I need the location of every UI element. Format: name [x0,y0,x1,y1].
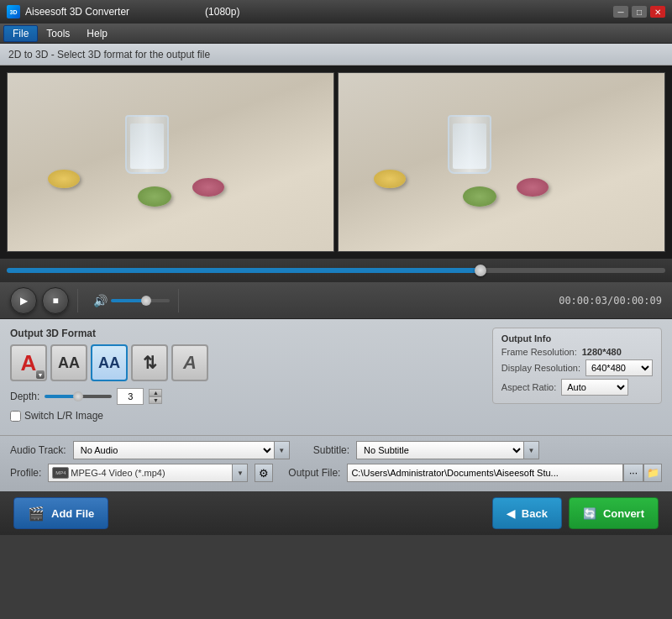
menu-help[interactable]: Help [78,26,116,41]
app-title: Aiseesoft 3D Converter (1080p) [25,6,613,18]
back-label: Back [522,507,548,520]
add-file-icon: 🎬 [28,506,45,522]
footer-right-buttons: ◀ Back 🔄 Convert [492,497,659,529]
aspect-ratio-row: Aspect Ratio: Auto 16:9 4:3 1:1 [501,379,653,396]
depth-spinner[interactable]: ▲ ▼ [149,389,162,404]
audio-label: Audio Track: [10,444,66,456]
frame-resolution-row: Frame Resolution: 1280*480 [501,347,653,357]
format-other-button[interactable]: A [171,344,208,381]
display-resolution-select[interactable]: 640*480 1280*720 1920*1080 [585,359,653,376]
audio-select[interactable]: No Audio [73,441,275,459]
format-sbs2-button[interactable]: AA [91,344,128,381]
format-section: Output 3D Format A ▼ AA AA ⇅ [10,328,208,422]
preview-left [7,72,334,252]
menu-bar: File Tools Help [0,24,672,44]
other-format-icon: A [183,352,197,374]
output-file-field[interactable] [347,464,623,482]
ctrl-divider-2 [178,289,179,312]
anaglyph-dropdown-arrow[interactable]: ▼ [36,370,45,379]
minimize-button[interactable]: ─ [613,6,628,18]
macaron-yellow-left [48,170,80,188]
back-button[interactable]: ◀ Back [492,497,562,529]
depth-value: 3 [117,388,144,405]
output-file-dots-button[interactable]: ··· [623,464,643,482]
preview-right [338,72,665,252]
add-file-button[interactable]: 🎬 Add File [13,497,108,529]
volume-slider[interactable] [111,299,170,302]
aspect-ratio-select[interactable]: Auto 16:9 4:3 1:1 [561,379,628,396]
frame-resolution-label: Frame Resolution: [501,347,577,357]
ctrl-divider-1 [77,289,78,312]
seek-bar[interactable] [7,268,665,273]
profile-settings-button[interactable]: ⚙ [255,464,273,482]
profile-format-icon: MP4 [52,467,69,479]
subtitle-label: Subtitle: [313,444,349,456]
stop-button[interactable]: ■ [42,287,69,314]
sbs1-icon: AA [58,354,80,372]
profile-output-row: Profile: MP4 MPEG-4 Video (*.mp4) ▼ ⚙ Ou… [10,464,662,482]
display-resolution-label: Display Resolution: [501,363,580,373]
controls-bar: ▶ ■ 🔊 00:00:03/00:00:09 [0,282,672,319]
subtitle-dropdown-btn[interactable]: ▼ [524,441,539,459]
output-info-panel: Output Info Frame Resolution: 1280*480 D… [492,328,662,404]
depth-slider[interactable] [45,395,112,398]
add-file-label: Add File [51,507,94,520]
seek-area[interactable] [0,259,672,282]
format-buttons: A ▼ AA AA ⇅ A [10,344,208,381]
macaron-pink-right [517,178,549,197]
glass-left [125,115,169,174]
status-message: 2D to 3D - Select 3D format for the outp… [8,49,210,60]
bottom-controls: Audio Track: No Audio ▼ Subtitle: No Sub… [0,435,672,491]
sbs2-icon: AA [98,354,120,372]
profile-input-group: MP4 MPEG-4 Video (*.mp4) ▼ [48,464,248,482]
volume-icon: 🔊 [93,294,108,307]
play-button[interactable]: ▶ [10,287,37,314]
status-bar: 2D to 3D - Select 3D format for the outp… [0,44,672,66]
stop-icon: ■ [52,295,58,307]
output-file-label: Output File: [288,467,340,479]
title-bar: 3D Aiseesoft 3D Converter (1080p) ─ □ ✕ [0,0,672,24]
preview-container [7,72,665,252]
frame-resolution-value: 1280*480 [582,347,622,357]
output-file-folder-button[interactable]: 📁 [643,464,662,482]
switch-lr-area: Switch L/R Image [10,410,208,422]
menu-file[interactable]: File [3,25,38,42]
volume-thumb[interactable] [141,296,151,306]
switch-lr-label[interactable]: Switch L/R Image [24,410,103,422]
close-button[interactable]: ✕ [650,6,665,18]
depth-label: Depth: [10,391,39,402]
depth-thumb[interactable] [73,391,83,401]
anaglyph-icon: A [21,350,37,376]
preview-area [0,66,672,259]
switch-lr-checkbox[interactable] [10,411,21,422]
macaron-yellow-right [374,170,406,188]
depth-up[interactable]: ▲ [149,389,162,396]
convert-icon: 🔄 [583,507,596,520]
preview-canvas-left [8,73,333,251]
audio-dropdown-btn[interactable]: ▼ [275,441,290,459]
seek-thumb[interactable] [475,265,486,276]
profile-label: Profile: [10,467,41,479]
format-row: Output 3D Format A ▼ AA AA ⇅ [10,328,662,422]
audio-subtitle-row: Audio Track: No Audio ▼ Subtitle: No Sub… [10,441,662,459]
depth-area: Depth: 3 ▲ ▼ [10,388,208,405]
glass-right [448,115,491,174]
profile-value: MPEG-4 Video (*.mp4) [71,468,165,478]
topbottom-icon: ⇅ [143,353,157,373]
depth-down[interactable]: ▼ [149,396,162,404]
format-sbs1-button[interactable]: AA [50,344,87,381]
audio-input-group: No Audio ▼ [73,441,290,459]
aspect-ratio-label: Aspect Ratio: [501,382,556,392]
convert-label: Convert [603,507,644,520]
footer: 🎬 Add File ◀ Back 🔄 Convert [0,491,672,535]
format-anaglyph-button[interactable]: A ▼ [10,344,47,381]
back-icon: ◀ [507,507,515,520]
restore-button[interactable]: □ [632,6,647,18]
format-topbottom-button[interactable]: ⇅ [131,344,168,381]
window-controls: ─ □ ✕ [613,6,665,18]
menu-tools[interactable]: Tools [38,26,78,41]
profile-dropdown-btn[interactable]: ▼ [233,464,248,482]
convert-button[interactable]: 🔄 Convert [569,497,659,529]
subtitle-select[interactable]: No Subtitle [356,441,524,459]
macaron-green-right [463,186,496,207]
